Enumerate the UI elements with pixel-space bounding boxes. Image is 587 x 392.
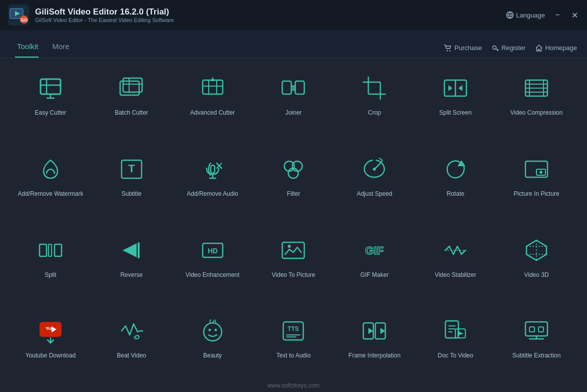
tool-video-compression[interactable]: Video Compression <box>496 63 577 144</box>
svg-point-80 <box>214 329 217 331</box>
svg-rect-60 <box>55 244 62 256</box>
homepage-label: Homepage <box>545 44 577 52</box>
tool-filter[interactable]: Filter <box>253 144 334 225</box>
video-compression-label: Video Compression <box>510 109 563 117</box>
minimize-button[interactable]: − <box>553 11 562 20</box>
svg-marker-35 <box>458 85 462 91</box>
beauty-label: Beauty <box>203 352 222 360</box>
tool-split-screen[interactable]: Split Screen <box>415 63 496 144</box>
svg-rect-10 <box>41 79 61 94</box>
frame-interpolation-label: Frame Interpolation <box>348 352 400 360</box>
titlebar: GO GiliSoft Video Editor 16.2.0 (Trial) … <box>0 0 587 30</box>
svg-point-7 <box>447 50 448 51</box>
tool-beauty[interactable]: Beauty <box>172 306 253 387</box>
watermark-icon <box>35 153 67 185</box>
doc-to-video-icon <box>439 315 471 347</box>
text-to-audio-icon: TTS <box>277 315 309 347</box>
cart-icon <box>444 45 452 52</box>
language-label: Language <box>516 12 545 19</box>
homepage-button[interactable]: Homepage <box>535 44 577 52</box>
tool-subtitle[interactable]: T Subtitle <box>91 144 172 225</box>
svg-marker-20 <box>211 77 215 81</box>
video-3d-label: Video 3D <box>524 271 548 279</box>
adjust-speed-label: Adjust Speed <box>357 190 392 198</box>
video-enhancement-label: Video Enhancement <box>186 271 240 279</box>
doc-to-video-label: Doc To Video <box>438 352 473 360</box>
youtube-download-icon: You <box>35 315 67 347</box>
reverse-label: Reverse <box>120 271 143 279</box>
tool-joiner[interactable]: Joiner <box>253 63 334 144</box>
language-button[interactable]: Language <box>506 11 545 19</box>
tool-adjust-speed[interactable]: Adjust Speed <box>334 144 415 225</box>
tool-add-remove-audio[interactable]: Add/Remove Audio <box>172 144 253 225</box>
gif-maker-icon: GIF <box>358 234 390 266</box>
tool-youtube-download[interactable]: You Youtube Download <box>10 306 91 387</box>
svg-point-57 <box>539 171 542 174</box>
app-logo: GO <box>8 5 29 26</box>
tool-video-enhancement[interactable]: HD Video Enhancement <box>172 225 253 306</box>
tool-batch-cutter[interactable]: Batch Cutter <box>91 63 172 144</box>
home-icon <box>535 45 542 52</box>
add-remove-audio-icon <box>197 153 229 185</box>
video-to-picture-label: Video To Picture <box>272 271 315 279</box>
svg-marker-88 <box>380 328 385 334</box>
easy-cutter-icon <box>35 72 67 104</box>
subtitle-extraction-icon <box>520 315 552 347</box>
key-icon <box>492 45 499 52</box>
svg-rect-58 <box>40 244 47 256</box>
subtitle-label: Subtitle <box>122 190 142 198</box>
video-3d-icon <box>520 234 552 266</box>
tool-picture-in-picture[interactable]: Picture In Picture <box>496 144 577 225</box>
tab-more[interactable]: More <box>51 42 78 58</box>
svg-marker-86 <box>368 328 373 334</box>
beat-video-label: Beat Video <box>117 352 147 360</box>
tool-doc-to-video[interactable]: Doc To Video <box>415 306 496 387</box>
svg-rect-19 <box>203 80 223 94</box>
tool-split[interactable]: Split <box>10 225 91 306</box>
tool-subtitle-extraction[interactable]: Subtitle Extraction <box>496 306 577 387</box>
tool-video-to-picture[interactable]: Video To Picture <box>253 225 334 306</box>
svg-text:HD: HD <box>208 247 218 255</box>
rotate-label: Rotate <box>447 190 464 198</box>
subtitle-icon: T <box>116 153 148 185</box>
svg-point-78 <box>204 323 222 341</box>
crop-icon <box>358 72 390 104</box>
close-button[interactable]: ✕ <box>570 11 579 20</box>
text-to-audio-label: Text to Audio <box>276 352 311 360</box>
tool-gif-maker[interactable]: GIF GIF Maker <box>334 225 415 306</box>
register-button[interactable]: Register <box>492 44 525 52</box>
svg-text:GIF: GIF <box>365 244 384 257</box>
split-label: Split <box>45 271 56 279</box>
tool-advanced-cutter[interactable]: Advanced Cutter <box>172 63 253 144</box>
tool-video-stabilizer[interactable]: Video Stabilizer <box>415 225 496 306</box>
purchase-button[interactable]: Purchase <box>444 44 482 52</box>
svg-marker-94 <box>457 331 463 336</box>
svg-point-26 <box>292 87 294 89</box>
batch-cutter-icon <box>116 72 148 104</box>
tool-beat-video[interactable]: Beat Video <box>91 306 172 387</box>
tool-video-3d[interactable]: Video 3D <box>496 225 577 306</box>
titlebar-controls: Language − ✕ <box>506 11 579 20</box>
svg-marker-34 <box>448 85 452 91</box>
tool-frame-interpolation[interactable]: Frame Interpolation <box>334 306 415 387</box>
video-compression-icon <box>520 72 552 104</box>
svg-rect-59 <box>49 244 52 256</box>
tab-toolkit[interactable]: Toolkit <box>15 42 47 58</box>
tool-easy-cutter[interactable]: Easy Cutter <box>10 63 91 144</box>
tool-rotate[interactable]: Rotate <box>415 144 496 225</box>
svg-point-66 <box>288 245 291 248</box>
svg-rect-65 <box>282 242 304 258</box>
svg-rect-95 <box>525 322 547 336</box>
split-icon <box>35 234 67 266</box>
joiner-icon <box>277 72 309 104</box>
svg-line-72 <box>461 250 465 254</box>
split-screen-icon <box>439 72 471 104</box>
tool-watermark[interactable]: Add/Remove Watermark <box>10 144 91 225</box>
tool-crop[interactable]: Crop <box>334 63 415 144</box>
rotate-icon <box>439 153 471 185</box>
youtube-download-label: Youtube Download <box>26 352 76 360</box>
tool-reverse[interactable]: Reverse <box>91 225 172 306</box>
tools-grid: Easy Cutter Batch Cutter Advanced Cutter <box>0 58 587 392</box>
navbar: Toolkit More Purchase Register Homepag <box>0 30 587 58</box>
tool-text-to-audio[interactable]: TTS Text to Audio <box>253 306 334 387</box>
